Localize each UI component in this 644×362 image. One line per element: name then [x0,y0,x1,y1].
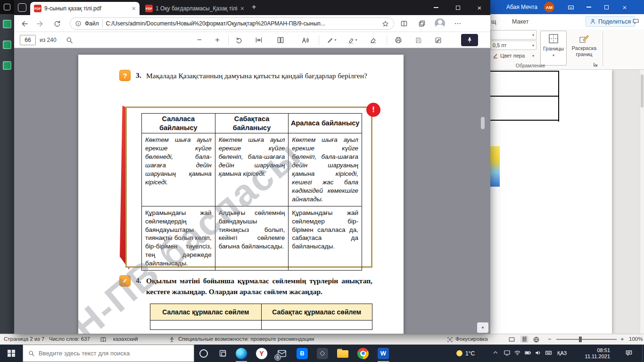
scrollbar-thumb[interactable] [641,74,644,107]
desktop-shortcut-icon[interactable] [3,41,11,49]
zoom-in-button[interactable]: + [620,336,624,343]
dialog-launcher-icon[interactable] [593,62,598,67]
read-mode-button[interactable] [508,336,515,343]
action-center-icon[interactable] [625,349,633,357]
profile-avatar[interactable] [434,17,446,30]
word-scrollbar[interactable] [640,70,644,334]
file-explorer-icon[interactable] [333,345,352,362]
tab-close-icon[interactable]: × [132,5,136,12]
border-painter-button[interactable]: Раскраска границ [569,31,600,66]
tray-battery-icon[interactable] [524,349,532,356]
browser-tab-inactive[interactable]: PDF 1 Оқу бағдарламасы_Қазақ тілі × [141,2,248,15]
print-layout-button[interactable] [520,336,528,343]
comments-icon[interactable] [630,16,641,27]
split-screen-icon[interactable] [398,17,410,30]
tray-display-icon[interactable] [504,349,511,356]
new-tab-button[interactable]: + [252,3,256,11]
forward-button[interactable] [34,17,46,30]
save-icon[interactable] [412,34,424,46]
word-close-button[interactable]: × [616,0,634,14]
read-aloud-icon[interactable] [299,34,311,46]
borders-button[interactable]: Границы ▾ [540,31,567,66]
tray-chevron-up-icon[interactable] [492,349,499,356]
status-focus[interactable]: Фокусировка [455,336,488,342]
avatar[interactable]: АМ [544,2,554,12]
share-button[interactable]: Поделиться [586,16,635,27]
border-weight-combobox[interactable]: 0,5 пт ▾ [490,41,537,50]
ribbon-display-options-button[interactable] [562,0,580,14]
page-number-input[interactable] [20,35,36,45]
task-view-button[interactable] [213,345,232,362]
vk-taskbar-icon[interactable]: В [293,345,312,362]
status-accessibility[interactable]: Специальные возможности: проверьте реком… [178,336,314,342]
chrome-taskbar-icon[interactable] [354,345,372,362]
start-button[interactable] [0,345,23,362]
ribbon-tab-partial[interactable]: щ [491,18,496,25]
fit-width-icon[interactable] [253,34,265,46]
draw-pen-icon[interactable]: ▾ [323,34,339,46]
zoom-slider-thumb[interactable] [579,337,582,342]
dark-app-taskbar-icon[interactable] [313,345,332,362]
tray-keyboard-icon[interactable] [545,349,552,356]
cortana-button[interactable] [194,345,213,362]
search-icon[interactable] [63,34,75,46]
doc-table-cell[interactable] [490,72,558,97]
browser-tab-active[interactable]: PDF 9-сынып қазақ тілі.pdf × [30,2,140,15]
zoom-out-button[interactable]: − [548,336,552,343]
word-minimize-button[interactable] [580,0,598,14]
mail-taskbar-icon[interactable]: 5 [272,345,291,362]
clock[interactable]: 08:51 11.11.2021 [574,347,610,359]
zoom-slider[interactable] [556,339,617,340]
back-button[interactable] [18,17,30,30]
show-desktop-button[interactable] [642,345,644,362]
task-text: Оқылым мәтіні бойынша құрмалас сөйлемнің… [146,275,372,297]
word-taskbar-icon[interactable]: W [374,345,393,362]
print-icon[interactable] [392,34,405,46]
pdf-scrollbar-thumb[interactable] [481,117,485,129]
edge-maximize-button[interactable] [447,0,469,15]
desktop-shortcut-icon[interactable] [3,61,11,70]
zoom-in-icon[interactable]: + [211,34,223,46]
favorites-star-icon[interactable] [382,20,389,27]
edge-taskbar-icon[interactable] [232,345,251,362]
zoom-percent[interactable]: 100% [629,336,643,342]
more-menu-icon[interactable] [452,17,464,30]
web-layout-button[interactable] [533,336,540,343]
highlighter-icon[interactable]: ▾ [344,34,360,46]
border-style-combobox[interactable]: ▾ [490,30,537,40]
doc-picture-fragment[interactable] [490,146,500,187]
search-input[interactable] [39,350,189,357]
pin-icon [466,37,473,43]
language-indicator[interactable]: ҚАЗ [557,350,567,356]
pdf-content-area[interactable]: ? 3. Мақалада Қазақстанның дамуына қатыс… [14,48,490,334]
doc-table-cell[interactable] [490,97,558,121]
weather-widget[interactable]: 1°C [456,345,475,362]
taskbar-search[interactable] [23,345,194,362]
collections-icon[interactable] [416,17,428,30]
word-restore-button[interactable] [598,0,616,14]
rotate-icon[interactable] [233,34,245,46]
eraser-icon[interactable] [367,34,379,46]
refresh-button[interactable] [51,17,63,30]
save-as-icon[interactable] [432,34,444,46]
tray-wifi-icon[interactable] [514,349,521,356]
page-view-icon[interactable] [274,34,287,46]
pen-color-button[interactable]: Цвет пера ▾ [490,51,537,60]
pin-toolbar-button[interactable] [461,34,478,46]
desktop-shortcut-icon[interactable] [3,20,11,28]
info-icon[interactable] [75,20,82,27]
edge-close-button[interactable]: × [469,0,490,15]
status-word-count[interactable]: Число слов: 637 [49,336,90,342]
tray-volume-icon[interactable] [535,349,542,356]
address-bar[interactable]: Файл C:/Users/admin/Documents/Новый%20фо… [70,17,394,30]
tab-actions-icon[interactable] [18,3,26,12]
edge-minimize-button[interactable] [425,0,447,15]
tab-close-icon[interactable]: × [240,5,244,12]
status-page-count[interactable]: Страница 2 из 7 [4,336,44,342]
ribbon-tab-layout[interactable]: Макет [512,18,528,25]
spellcheck-icon[interactable] [100,337,107,343]
zoom-out-icon[interactable]: − [193,34,206,46]
scroll-down-button[interactable]: ▾ [477,322,488,333]
yandex-taskbar-icon[interactable]: Y [252,345,271,362]
status-language[interactable]: казахский [113,336,138,342]
